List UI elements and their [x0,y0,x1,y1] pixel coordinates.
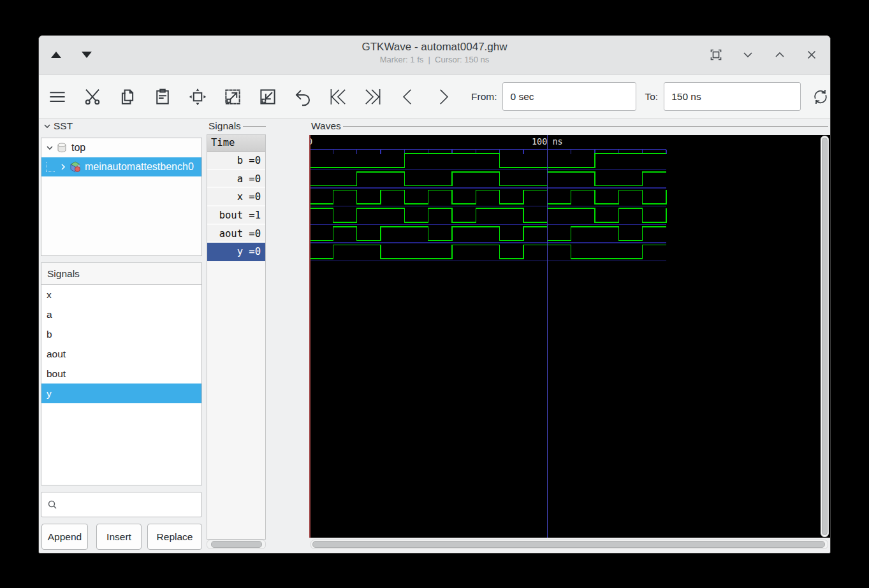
expander-down-icon [45,143,55,152]
waves-frame: Waves [309,120,828,132]
signal-list-item[interactable]: bout [41,364,201,384]
signal-row[interactable]: a =0 [207,170,265,189]
sst-header-label: SST [54,120,73,132]
close-button[interactable] [803,47,820,63]
waves-horizontal-scrollbar[interactable] [310,540,828,549]
module-cylinder-icon [55,141,68,154]
zoom-in-icon [223,87,242,106]
zoom-out-icon [258,87,277,106]
signal-list-item[interactable]: b [41,324,201,344]
tree-item-testbench[interactable]: meinautomattestbench0 [41,157,201,176]
scrollbar-thumb[interactable] [312,541,825,548]
zoom-fit-button[interactable] [188,87,207,106]
scissors-icon [83,87,102,106]
chevron-left-icon [398,87,418,106]
from-label: From: [471,91,497,103]
hamburger-menu-icon [48,87,67,106]
frame-rule [243,126,266,127]
copy-icon [118,87,137,106]
expander-down-icon [43,122,52,131]
zoom-in-button[interactable] [223,87,242,106]
signal-row[interactable]: bout =1 [207,206,265,225]
paste-button[interactable] [153,87,172,106]
signal-search-list: Signals x a b aout bout y [41,262,202,485]
testbench-cube-icon [69,161,82,173]
chevron-up-icon [773,48,786,61]
sst-tree: top meinautomattestbench0 [41,138,202,256]
waves-vertical-scrollbar[interactable] [821,136,829,537]
scrollbar-thumb[interactable] [211,541,262,548]
menu-button[interactable] [48,87,67,106]
search-input[interactable] [58,492,201,517]
reload-icon [811,87,830,107]
waves-pane: Waves 0100 ns [268,119,830,553]
gtkwave-window: GTKWave - automat0047.ghw Marker: 1 fs |… [38,35,831,554]
main-content: SST top [39,119,830,553]
signal-names-column: Time b =0 a =0 x =0 bout =1 aout =0 y =0 [207,134,266,540]
zoom-fit-icon [188,87,207,106]
search-icon [47,499,58,510]
expander-right-icon [59,162,69,171]
signal-list-item[interactable]: a [41,305,201,324]
tree-item-top[interactable]: top [41,138,201,157]
names-horizontal-scrollbar[interactable] [207,540,266,549]
maximize-button[interactable] [771,47,788,63]
cut-button[interactable] [83,87,102,106]
signal-list-item-selected[interactable]: y [41,384,201,403]
tree-connector [46,162,55,172]
replace-button[interactable]: Replace [147,524,202,550]
zoom-out-button[interactable] [258,87,277,106]
signal-list-item[interactable]: aout [41,344,201,364]
close-icon [805,48,818,61]
insert-button[interactable]: Insert [96,524,142,550]
to-label: To: [645,91,658,103]
minimize-button[interactable] [740,47,756,63]
skip-to-end-button[interactable] [363,87,383,106]
signals-frame-label: Signals [207,120,243,132]
undo-button[interactable] [293,87,312,106]
to-input[interactable] [664,82,801,111]
append-button[interactable]: Append [41,524,88,550]
titlebar: GTKWave - automat0047.ghw Marker: 1 fs |… [39,36,830,75]
signals-frame: Signals [207,120,266,132]
signal-row[interactable]: x =0 [207,188,265,206]
toolbar: From: To: [39,75,830,119]
skip-start-icon [328,87,347,106]
sst-pane: SST top [39,119,203,553]
signals-list-header: Signals [41,263,201,285]
waves-frame-label: Waves [309,120,343,132]
signal-row-selected[interactable]: y =0 [207,243,265,261]
fullscreen-icon [710,48,722,61]
skip-to-start-button[interactable] [328,87,347,106]
frame-rule [343,126,828,127]
scrollbar-thumb[interactable] [822,138,828,535]
sst-expander[interactable]: SST [43,120,73,132]
reload-button[interactable] [811,87,830,106]
time-header[interactable]: Time [207,135,265,152]
step-back-button[interactable] [398,87,418,106]
clipboard-icon [153,87,172,106]
undo-icon [293,87,312,106]
copy-button[interactable] [118,87,137,106]
signal-list-item[interactable]: x [41,285,201,305]
signal-search-box[interactable] [41,492,202,517]
skip-end-icon [363,87,383,106]
step-forward-button[interactable] [434,87,453,106]
signals-name-pane: Signals Time b =0 a =0 x =0 bout =1 aout… [206,119,267,553]
wave-canvas[interactable]: 0100 ns [309,135,831,538]
tree-item-label: meinautomattestbench0 [85,161,194,173]
fullscreen-button[interactable] [708,47,724,63]
signal-row[interactable]: b =0 [207,152,265,170]
chevron-down-icon [741,48,754,61]
chevron-right-icon [434,87,453,106]
signal-row[interactable]: aout =0 [207,225,265,243]
tree-item-label: top [71,142,85,154]
from-input[interactable] [502,82,636,111]
